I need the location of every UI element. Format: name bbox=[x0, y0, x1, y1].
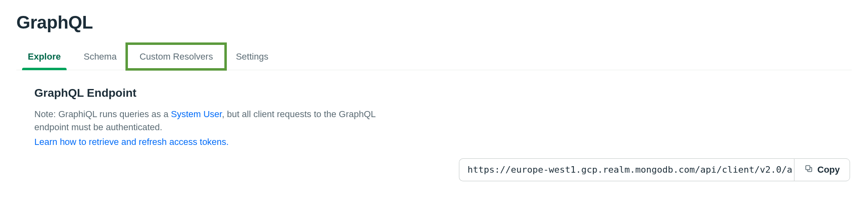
tabs: Explore Schema Custom Resolvers Settings bbox=[16, 43, 852, 70]
tab-label: Settings bbox=[236, 51, 268, 62]
copy-label: Copy bbox=[817, 165, 840, 175]
section-title: GraphQL Endpoint bbox=[34, 87, 852, 100]
endpoint-url-field[interactable]: https://europe-west1.gcp.realm.mongodb.c… bbox=[459, 158, 794, 181]
copy-icon bbox=[804, 164, 813, 176]
copy-button[interactable]: Copy bbox=[794, 158, 850, 181]
tab-label: Schema bbox=[84, 51, 117, 62]
system-user-link[interactable]: System User bbox=[171, 109, 222, 119]
tab-label: Explore bbox=[28, 51, 61, 62]
tab-label: Custom Resolvers bbox=[139, 51, 213, 62]
endpoint-url-text: https://europe-west1.gcp.realm.mongodb.c… bbox=[468, 165, 792, 175]
svg-rect-1 bbox=[806, 165, 810, 169]
section-note: Note: GraphiQL runs queries as a System … bbox=[34, 108, 410, 149]
tab-explore[interactable]: Explore bbox=[16, 43, 72, 70]
page-title: GraphQL bbox=[16, 12, 852, 33]
note-prefix: Note: GraphiQL runs queries as a bbox=[34, 109, 171, 119]
tab-custom-resolvers[interactable]: Custom Resolvers bbox=[128, 43, 224, 70]
tab-settings[interactable]: Settings bbox=[224, 43, 280, 70]
learn-tokens-link[interactable]: Learn how to retrieve and refresh access… bbox=[34, 136, 229, 149]
tab-schema[interactable]: Schema bbox=[72, 43, 128, 70]
